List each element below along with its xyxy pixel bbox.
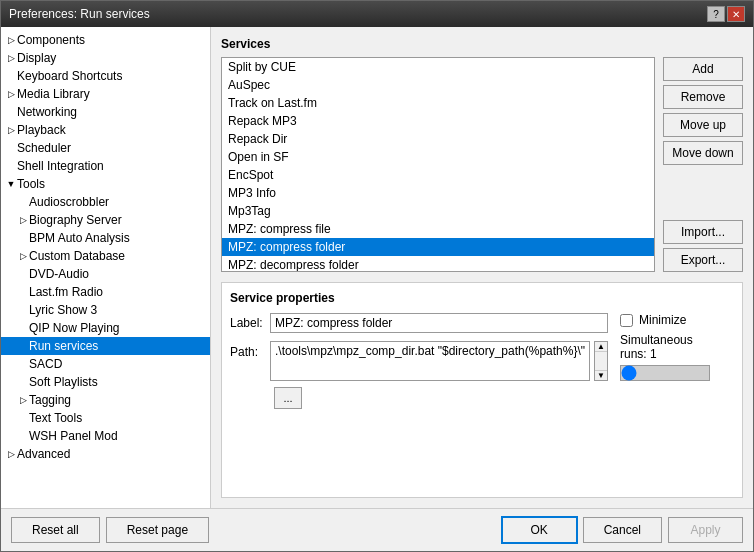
path-field-label: Path:: [230, 345, 270, 359]
sidebar-label-run-services: Run services: [29, 339, 98, 353]
titlebar-buttons: ? ✕: [707, 6, 745, 22]
list-item[interactable]: Repack MP3: [222, 112, 654, 130]
tree-arrow-display: ▷: [5, 53, 17, 63]
list-item[interactable]: Open in SF: [222, 148, 654, 166]
sidebar-item-audioscrobbler[interactable]: Audioscrobbler: [1, 193, 210, 211]
simultaneous-value: 1: [650, 347, 657, 361]
sidebar-item-lastfm-radio[interactable]: Last.fm Radio: [1, 283, 210, 301]
sidebar-item-tools[interactable]: ▼Tools: [1, 175, 210, 193]
service-properties-title: Service properties: [230, 291, 734, 305]
apply-button[interactable]: Apply: [668, 517, 743, 543]
sidebar-label-keyboard-shortcuts: Keyboard Shortcuts: [17, 69, 122, 83]
properties-row: Label: Path: .\tools\mpz\mpz_comp_dir.ba…: [230, 313, 734, 417]
simultaneous-label: Simultaneous runs: 1: [620, 333, 736, 361]
sidebar-item-keyboard-shortcuts[interactable]: Keyboard Shortcuts: [1, 67, 210, 85]
minimize-checkbox[interactable]: [620, 314, 633, 327]
tree-arrow-media-library: ▷: [5, 89, 17, 99]
reset-page-button[interactable]: Reset page: [106, 517, 209, 543]
sidebar-item-text-tools[interactable]: Text Tools: [1, 409, 210, 427]
sidebar-label-biography-server: Biography Server: [29, 213, 122, 227]
sidebar-item-components[interactable]: ▷Components: [1, 31, 210, 49]
sidebar-item-run-services[interactable]: Run services: [1, 337, 210, 355]
sidebar-label-audioscrobbler: Audioscrobbler: [29, 195, 109, 209]
list-item[interactable]: AuSpec: [222, 76, 654, 94]
simultaneous-slider[interactable]: [620, 365, 710, 381]
sidebar-label-media-library: Media Library: [17, 87, 90, 101]
slider-container: [620, 365, 710, 384]
sidebar-item-wsh-panel-mod[interactable]: WSH Panel Mod: [1, 427, 210, 445]
sidebar-item-scheduler[interactable]: Scheduler: [1, 139, 210, 157]
sidebar-item-sacd[interactable]: SACD: [1, 355, 210, 373]
move-down-button[interactable]: Move down: [663, 141, 743, 165]
services-list[interactable]: Split by CUEAuSpecTrack on Last.fmRepack…: [221, 57, 655, 272]
export-button[interactable]: Export...: [663, 248, 743, 272]
sidebar-label-text-tools: Text Tools: [29, 411, 82, 425]
path-scrollbar: ▲ ▼: [594, 341, 608, 381]
sidebar-label-networking: Networking: [17, 105, 77, 119]
add-button[interactable]: Add: [663, 57, 743, 81]
import-button[interactable]: Import...: [663, 220, 743, 244]
main-panel: Services Split by CUEAuSpecTrack on Last…: [211, 27, 753, 508]
cancel-button[interactable]: Cancel: [583, 517, 662, 543]
sidebar-item-networking[interactable]: Networking: [1, 103, 210, 121]
sidebar: ▷Components▷DisplayKeyboard Shortcuts▷Me…: [1, 27, 211, 508]
services-buttons: Add Remove Move up Move down Import... E…: [663, 57, 743, 272]
services-area: Split by CUEAuSpecTrack on Last.fmRepack…: [221, 57, 743, 272]
path-input-container[interactable]: .\tools\mpz\mpz_comp_dir.bat "$directory…: [270, 341, 590, 381]
remove-button[interactable]: Remove: [663, 85, 743, 109]
label-input[interactable]: [270, 313, 608, 333]
sidebar-item-display[interactable]: ▷Display: [1, 49, 210, 67]
sidebar-label-components: Components: [17, 33, 85, 47]
scroll-up-btn[interactable]: ▲: [595, 342, 607, 352]
sidebar-label-advanced: Advanced: [17, 447, 70, 461]
sidebar-label-soft-playlists: Soft Playlists: [29, 375, 98, 389]
list-item[interactable]: EncSpot: [222, 166, 654, 184]
sidebar-item-lyric-show3[interactable]: Lyric Show 3: [1, 301, 210, 319]
simultaneous-runs-text: runs: 1: [620, 347, 657, 361]
sidebar-item-custom-database[interactable]: ▷Custom Database: [1, 247, 210, 265]
list-item[interactable]: MP3 Info: [222, 184, 654, 202]
sidebar-label-tagging: Tagging: [29, 393, 71, 407]
sidebar-item-advanced[interactable]: ▷Advanced: [1, 445, 210, 463]
help-button[interactable]: ?: [707, 6, 725, 22]
browse-btn-row: ...: [270, 385, 608, 409]
list-item[interactable]: Repack Dir: [222, 130, 654, 148]
minimize-row: Minimize: [620, 313, 736, 327]
list-item[interactable]: MPZ: decompress folder: [222, 256, 654, 272]
sidebar-item-playback[interactable]: ▷Playback: [1, 121, 210, 139]
sidebar-item-tagging[interactable]: ▷Tagging: [1, 391, 210, 409]
sidebar-item-dvd-audio[interactable]: DVD-Audio: [1, 265, 210, 283]
list-item[interactable]: MPZ: compress file: [222, 220, 654, 238]
minimize-label: Minimize: [639, 313, 686, 327]
sidebar-label-bpm-auto-analysis: BPM Auto Analysis: [29, 231, 130, 245]
list-item[interactable]: Track on Last.fm: [222, 94, 654, 112]
simultaneous-section: Simultaneous runs: 1: [620, 333, 736, 384]
tree-arrow-tagging: ▷: [17, 395, 29, 405]
list-item[interactable]: Split by CUE: [222, 58, 654, 76]
window-title: Preferences: Run services: [9, 7, 150, 21]
reset-all-button[interactable]: Reset all: [11, 517, 100, 543]
path-area: .\tools\mpz\mpz_comp_dir.bat "$directory…: [270, 341, 608, 409]
tree-arrow-tools: ▼: [5, 179, 17, 189]
sidebar-item-media-library[interactable]: ▷Media Library: [1, 85, 210, 103]
sidebar-item-soft-playlists[interactable]: Soft Playlists: [1, 373, 210, 391]
path-input-row: .\tools\mpz\mpz_comp_dir.bat "$directory…: [270, 341, 608, 381]
browse-button[interactable]: ...: [274, 387, 302, 409]
sidebar-item-qip-now-playing[interactable]: QIP Now Playing: [1, 319, 210, 337]
bottom-bar: Reset all Reset page OK Cancel Apply: [1, 508, 753, 551]
ok-button[interactable]: OK: [502, 517, 577, 543]
preferences-window: Preferences: Run services ? ✕ ▷Component…: [0, 0, 754, 552]
sidebar-label-scheduler: Scheduler: [17, 141, 71, 155]
services-list-container: Split by CUEAuSpecTrack on Last.fmRepack…: [221, 57, 655, 272]
sidebar-label-shell-integration: Shell Integration: [17, 159, 104, 173]
close-button[interactable]: ✕: [727, 6, 745, 22]
service-properties-section: Service properties Label: Path:: [221, 282, 743, 498]
sidebar-item-shell-integration[interactable]: Shell Integration: [1, 157, 210, 175]
scroll-down-btn[interactable]: ▼: [595, 370, 607, 380]
move-up-button[interactable]: Move up: [663, 113, 743, 137]
list-item[interactable]: Mp3Tag: [222, 202, 654, 220]
sidebar-item-biography-server[interactable]: ▷Biography Server: [1, 211, 210, 229]
sidebar-item-bpm-auto-analysis[interactable]: BPM Auto Analysis: [1, 229, 210, 247]
list-item[interactable]: MPZ: compress folder: [222, 238, 654, 256]
simultaneous-label-text: Simultaneous: [620, 333, 693, 347]
